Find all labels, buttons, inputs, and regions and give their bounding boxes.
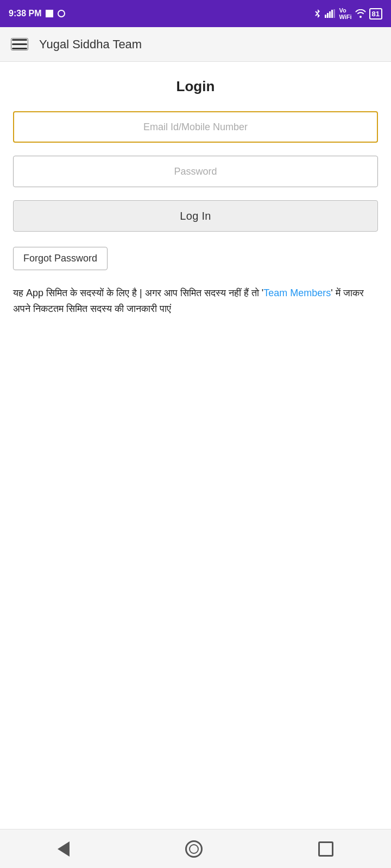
svg-rect-4 (329, 11, 331, 18)
svg-rect-2 (325, 15, 326, 18)
hamburger-line-1 (12, 39, 27, 41)
svg-rect-5 (331, 10, 333, 18)
app-title: Yugal Siddha Team (39, 37, 142, 52)
vowifi-label: VoWiFi (339, 7, 351, 20)
email-input[interactable] (13, 111, 378, 143)
login-title: Login (13, 78, 378, 95)
password-input[interactable] (13, 156, 378, 187)
team-members-link[interactable]: Team Members (263, 288, 331, 298)
hamburger-line-3 (12, 48, 27, 49)
home-button[interactable] (181, 836, 207, 862)
status-left: 9:38 PM (9, 9, 65, 18)
recents-button[interactable] (314, 837, 338, 861)
svg-rect-3 (327, 13, 329, 18)
forgot-password-button[interactable]: Forgot Password (13, 247, 108, 270)
back-arrow-icon (58, 841, 70, 857)
battery-level: 81 (372, 10, 380, 18)
sim-square-icon (46, 10, 53, 17)
status-right: VoWiFi 81 (314, 7, 382, 20)
recents-square-icon (318, 841, 333, 857)
svg-rect-6 (333, 9, 335, 18)
nav-bar (0, 829, 391, 868)
home-circle-icon (185, 840, 203, 858)
svg-line-1 (316, 14, 318, 16)
svg-line-0 (316, 11, 318, 14)
info-text-part1: यह App सिमित के सदस्यों के लिए है | अगर … (13, 288, 263, 298)
status-time: 9:38 PM (9, 9, 41, 18)
app-bar: Yugal Siddha Team (0, 27, 391, 62)
wifi-icon (355, 9, 366, 18)
login-button[interactable]: Log In (13, 200, 378, 232)
signal-icon (325, 9, 336, 18)
main-content: Login Log In Forgot Password यह App सिमि… (0, 62, 391, 829)
hamburger-line-2 (12, 43, 27, 45)
back-button[interactable] (53, 837, 74, 861)
bluetooth-icon (314, 9, 321, 18)
info-text: यह App सिमित के सदस्यों के लिए है | अगर … (13, 285, 378, 317)
status-bar: 9:38 PM VoWiFi 81 (0, 0, 391, 27)
sim-circle-icon (58, 10, 65, 17)
battery-indicator: 81 (369, 8, 382, 20)
menu-button[interactable] (11, 38, 28, 50)
